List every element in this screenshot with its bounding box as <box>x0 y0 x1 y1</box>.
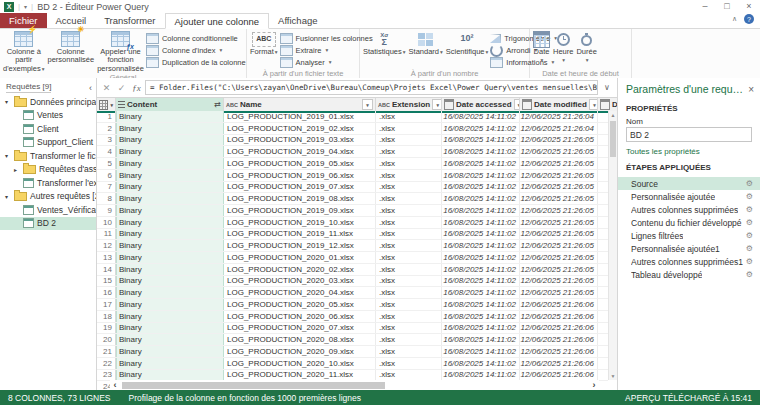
cell-date-modified[interactable]: 12/06/2025 21:26:05 <box>520 240 598 251</box>
cell-date-accessed[interactable]: 16/08/2025 14:11:02 <box>442 146 520 157</box>
cell-name[interactable]: LOG_PRODUCTION_2019_07.xlsx <box>224 182 376 193</box>
chevron-down-icon[interactable]: ▾ <box>5 152 11 159</box>
cell-date-created[interactable] <box>598 111 608 122</box>
column-header-date-modified[interactable]: Date modified ▾ <box>520 98 598 111</box>
restore-button[interactable]: □ <box>716 0 738 13</box>
cell-content[interactable]: Binary <box>116 146 224 157</box>
query-item[interactable]: Client <box>0 122 96 136</box>
cell-date-created[interactable] <box>598 146 608 157</box>
gear-icon[interactable]: ⚙ <box>746 179 753 188</box>
cell-content[interactable]: Binary <box>116 158 224 169</box>
chevron-right-icon[interactable]: ▸ <box>14 166 20 173</box>
cell-date-modified[interactable]: 12/06/2025 21:26:05 <box>520 264 598 275</box>
cell-date-modified[interactable]: 12/06/2025 21:26:05 <box>520 229 598 240</box>
gear-icon[interactable]: ⚙ <box>746 192 753 201</box>
cell-name[interactable]: LOG_PRODUCTION_2020_07.xlsx <box>224 323 376 334</box>
all-properties-link[interactable]: Toutes les propriétés <box>618 142 760 156</box>
cell-name[interactable]: LOG_PRODUCTION_2019_02.xlsx <box>224 123 376 134</box>
applied-step[interactable]: Source⚙ <box>618 177 760 190</box>
cell-name[interactable]: LOG_PRODUCTION_2019_01.xlsx <box>224 111 376 122</box>
cell-date-modified[interactable]: 12/06/2025 21:26:06 <box>520 346 598 357</box>
cell-date-accessed[interactable]: 16/08/2025 14:11:02 <box>442 311 520 322</box>
cell-date-accessed[interactable]: 16/08/2025 14:11:02 <box>442 334 520 345</box>
cell-name[interactable]: LOG_PRODUCTION_2020_11.xlsx <box>224 370 376 381</box>
cell-date-accessed[interactable]: 16/08/2025 14:11:02 <box>442 205 520 216</box>
cell-date-created[interactable] <box>598 182 608 193</box>
cell-extension[interactable]: .xlsx <box>376 135 442 146</box>
cell-date-created[interactable] <box>598 158 608 169</box>
help-icon[interactable]: ? <box>744 14 754 24</box>
filter-icon[interactable]: ▾ <box>362 99 373 110</box>
scroll-right-icon[interactable]: › <box>589 380 599 390</box>
tab-transformer[interactable]: Transformer <box>95 13 164 28</box>
cell-extension[interactable]: .xlsx <box>376 111 442 122</box>
cell-date-modified[interactable]: 12/06/2025 21:26:05 <box>520 135 598 146</box>
invoke-custom-function-button[interactable]: Appeler une fonction personnalisée <box>96 30 145 73</box>
cell-date-accessed[interactable]: 16/08/2025 14:11:02 <box>442 346 520 357</box>
horizontal-scrollbar-track[interactable] <box>120 382 589 389</box>
scroll-left-icon[interactable]: ‹ <box>110 380 120 390</box>
cell-date-modified[interactable]: 12/06/2025 21:26:05 <box>520 205 598 216</box>
cell-date-modified[interactable]: 12/06/2025 21:26:05 <box>520 252 598 263</box>
query-item[interactable]: Support_Client <box>0 136 96 150</box>
select-all-corner[interactable]: ▾ <box>97 98 116 111</box>
query-folder-item[interactable]: ▾Transformer le fic... <box>0 149 96 163</box>
cell-date-accessed[interactable]: 16/08/2025 14:11:02 <box>442 240 520 251</box>
cell-extension[interactable]: .xlsx <box>376 334 442 345</box>
cell-date-created[interactable] <box>598 346 608 357</box>
cell-date-modified[interactable]: 12/06/2025 21:26:05 <box>520 170 598 181</box>
cell-name[interactable]: LOG_PRODUCTION_2020_02.xlsx <box>224 264 376 275</box>
cancel-formula-icon[interactable]: ✕ <box>100 83 113 93</box>
cell-date-created[interactable] <box>598 358 608 369</box>
applied-step[interactable]: Personnalisée ajoutée1⚙ <box>618 242 760 255</box>
tab-fichier[interactable]: Fichier <box>0 13 47 28</box>
cell-extension[interactable]: .xlsx <box>376 252 442 263</box>
conditional-column-button[interactable]: Colonne conditionnelle <box>146 33 246 43</box>
extract-button[interactable]: Extraire ▾ <box>280 45 373 55</box>
gear-icon[interactable]: ⚙ <box>746 205 753 214</box>
cell-name[interactable]: LOG_PRODUCTION_2019_09.xlsx <box>224 205 376 216</box>
cell-content[interactable]: Binary <box>116 311 224 322</box>
cell-date-modified[interactable]: 12/06/2025 21:26:04 <box>520 123 598 134</box>
cell-extension[interactable]: .xlsx <box>376 193 442 204</box>
cell-content[interactable]: Binary <box>116 334 224 345</box>
tab-accueil[interactable]: Accueil <box>47 13 96 28</box>
cell-date-modified[interactable]: 12/06/2025 21:26:06 <box>520 311 598 322</box>
confirm-formula-icon[interactable]: ✓ <box>115 83 128 93</box>
cell-date-created[interactable] <box>598 299 608 310</box>
chevron-down-icon[interactable]: ▾ <box>5 193 11 200</box>
cell-date-accessed[interactable]: 16/08/2025 14:11:02 <box>442 158 520 169</box>
standard-button[interactable]: Standard▾ <box>408 30 444 69</box>
cell-date-created[interactable] <box>598 334 608 345</box>
cell-extension[interactable]: .xlsx <box>376 205 442 216</box>
cell-date-accessed[interactable]: 16/08/2025 14:11:02 <box>442 358 520 369</box>
cell-content[interactable]: Binary <box>116 170 224 181</box>
cell-name[interactable]: LOG_PRODUCTION_2019_08.xlsx <box>224 193 376 204</box>
gear-icon[interactable]: ⚙ <box>746 270 753 279</box>
cell-date-created[interactable] <box>598 311 608 322</box>
applied-step[interactable]: Contenu du fichier développé⚙ <box>618 216 760 229</box>
cell-content[interactable]: Binary <box>116 229 224 240</box>
applied-step[interactable]: Lignes filtrées⚙ <box>618 229 760 242</box>
duration-button[interactable]: Durée▾ <box>575 30 597 69</box>
cell-content[interactable]: Binary <box>116 182 224 193</box>
time-button[interactable]: Heure▾ <box>552 30 574 69</box>
cell-date-accessed[interactable]: 16/08/2025 14:11:02 <box>442 276 520 287</box>
cell-date-accessed[interactable]: 16/08/2025 14:11:02 <box>442 252 520 263</box>
custom-column-button[interactable]: Colonne personnalisée <box>46 30 95 73</box>
cell-content[interactable]: Binary <box>116 193 224 204</box>
cell-extension[interactable]: .xlsx <box>376 240 442 251</box>
column-header-date-accessed[interactable]: Date accessed ▾ <box>442 98 520 111</box>
index-column-button[interactable]: Colonne d'index ▾ <box>146 45 246 55</box>
scientific-button[interactable]: Scientifique▾ <box>445 30 490 69</box>
cell-extension[interactable]: .xlsx <box>376 323 442 334</box>
parse-button[interactable]: Analyser ▾ <box>280 57 373 67</box>
date-button[interactable]: Date▾ <box>532 30 551 69</box>
cell-extension[interactable]: .xlsx <box>376 158 442 169</box>
gear-icon[interactable]: ⚙ <box>746 231 753 240</box>
cell-date-modified[interactable]: 12/06/2025 21:26:06 <box>520 358 598 369</box>
cell-date-modified[interactable]: 12/06/2025 21:26:06 <box>520 370 598 381</box>
cell-content[interactable]: Binary <box>116 346 224 357</box>
cell-date-accessed[interactable]: 16/08/2025 14:11:02 <box>442 299 520 310</box>
cell-extension[interactable]: .xlsx <box>376 358 442 369</box>
